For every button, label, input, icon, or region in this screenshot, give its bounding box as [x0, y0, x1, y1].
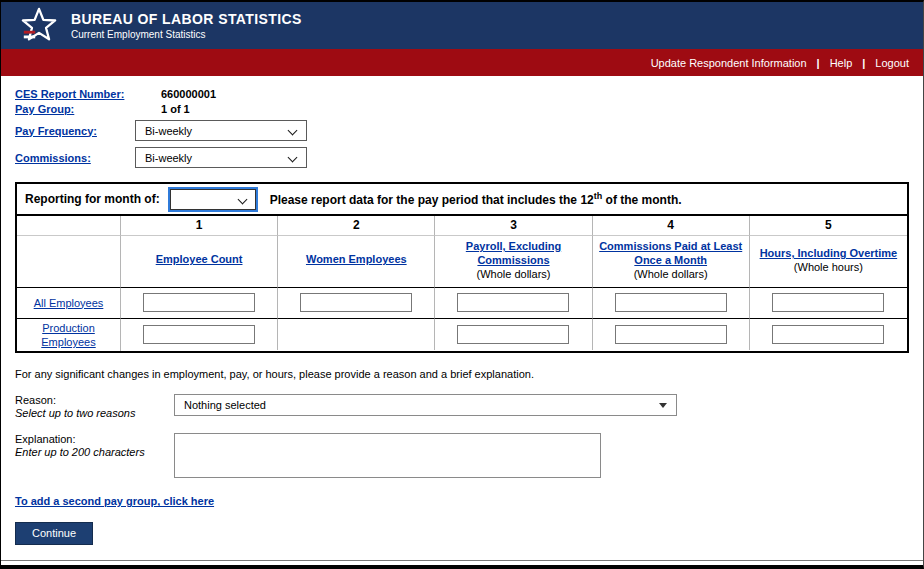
- column-number-3: 3: [435, 216, 592, 236]
- reason-selected-value: Nothing selected: [184, 399, 266, 411]
- reporting-month-row: Reporting for month of: Please report da…: [17, 184, 907, 216]
- all-employees-women-employees-input[interactable]: [300, 293, 412, 312]
- app-title: BUREAU OF LABOR STATISTICS: [71, 11, 302, 27]
- report-info-section: CES Report Number: 660000001 Pay Group: …: [1, 76, 923, 168]
- reason-field-row: Reason: Select up to two reasons Nothing…: [15, 394, 909, 419]
- changes-note: For any significant changes in employmen…: [15, 368, 909, 380]
- reason-label: Reason:: [15, 394, 174, 406]
- top-nav-bar: Update Respondent Information | Help | L…: [1, 49, 923, 76]
- commissions-selected-value: Bi-weekly: [145, 152, 192, 164]
- header-bar: BUREAU OF LABOR STATISTICS Current Emplo…: [1, 2, 923, 49]
- reporting-month-label: Reporting for month of:: [25, 192, 160, 206]
- column-number-1: 1: [121, 216, 278, 236]
- reporting-month-select[interactable]: [170, 189, 256, 210]
- reason-hint: Select up to two reasons: [15, 407, 174, 419]
- production-employees-link[interactable]: Production Employees: [23, 321, 114, 350]
- table-cell: [121, 288, 278, 319]
- pay-group-label[interactable]: Pay Group:: [15, 103, 135, 115]
- add-pay-group-row: To add a second pay group, click here: [15, 495, 909, 507]
- chevron-down-icon: [288, 153, 298, 163]
- payroll-link[interactable]: Payroll, Excluding Commissions: [441, 240, 585, 268]
- table-cell: [278, 288, 435, 319]
- nav-separator: |: [817, 57, 820, 69]
- production-employees-employee-count-input[interactable]: [143, 325, 255, 344]
- women-employees-link[interactable]: Women Employees: [306, 253, 407, 267]
- table-cell: [750, 288, 907, 319]
- bls-logo-icon: [19, 7, 59, 45]
- production-employees-hours-input[interactable]: [772, 325, 884, 344]
- chevron-down-icon: [288, 126, 298, 136]
- column-header-payroll: Payroll, Excluding Commissions (Whole do…: [435, 236, 592, 288]
- corner-cell: [17, 216, 121, 236]
- column-header-employee-count: Employee Count: [121, 236, 278, 288]
- row-label-production-employees: Production Employees: [17, 319, 121, 352]
- explanation-textarea[interactable]: [174, 433, 601, 478]
- all-employees-link[interactable]: All Employees: [34, 296, 104, 310]
- pay-frequency-label[interactable]: Pay Frequency:: [15, 125, 135, 137]
- add-second-pay-group-link[interactable]: To add a second pay group, click here: [15, 495, 214, 507]
- column-header-women-employees: Women Employees: [278, 236, 435, 288]
- table-cell: [435, 288, 592, 319]
- all-employees-employee-count-input[interactable]: [143, 293, 255, 312]
- explanation-hint: Enter up to 200 characters: [15, 446, 174, 458]
- ces-report-number-value: 660000001: [161, 88, 216, 100]
- commissions-row: Commissions: Bi-weekly: [15, 147, 923, 168]
- commissions-select[interactable]: Bi-weekly: [135, 147, 307, 168]
- column-header-commissions: Commissions Paid at Least Once a Month (…: [593, 236, 750, 288]
- table-cell: [593, 288, 750, 319]
- pay-frequency-select[interactable]: Bi-weekly: [135, 120, 307, 141]
- column-number-2: 2: [278, 216, 435, 236]
- footer: If you have questions or comments, pleas…: [1, 560, 923, 569]
- column-number-4: 4: [593, 216, 750, 236]
- all-employees-commissions-input[interactable]: [615, 293, 727, 312]
- nav-separator: |: [862, 57, 865, 69]
- reason-select[interactable]: Nothing selected: [174, 394, 677, 416]
- ces-report-number-row: CES Report Number: 660000001: [15, 88, 923, 100]
- reason-labels: Reason: Select up to two reasons: [15, 394, 174, 419]
- nav-update-respondent-link[interactable]: Update Respondent Information: [651, 57, 807, 69]
- corner-header-cell: [17, 236, 121, 288]
- commissions-paid-link[interactable]: Commissions Paid at Least Once a Month: [599, 240, 743, 268]
- table-cell: [593, 319, 750, 350]
- nav-help-link[interactable]: Help: [830, 57, 853, 69]
- reporting-instruction: Please report data for the pay period th…: [270, 191, 682, 207]
- pay-group-row: Pay Group: 1 of 1: [15, 103, 923, 115]
- page: BUREAU OF LABOR STATISTICS Current Emplo…: [0, 0, 924, 569]
- commissions-label[interactable]: Commissions:: [15, 152, 135, 164]
- app-subtitle: Current Employment Statistics: [71, 29, 302, 40]
- ces-report-number-label[interactable]: CES Report Number:: [15, 88, 135, 100]
- pay-frequency-row: Pay Frequency: Bi-weekly: [15, 120, 923, 141]
- hours-overtime-link[interactable]: Hours, Including Overtime: [760, 247, 898, 261]
- chevron-down-icon: [237, 194, 247, 204]
- table-cell: [750, 319, 907, 350]
- row-label-all-employees: All Employees: [17, 288, 121, 319]
- explanation-label: Explanation:: [15, 433, 174, 445]
- table-cell: [121, 319, 278, 350]
- superscript-th: th: [594, 191, 603, 201]
- table-cell-empty: [278, 319, 435, 350]
- nav-logout-link[interactable]: Logout: [875, 57, 909, 69]
- all-employees-hours-input[interactable]: [772, 293, 884, 312]
- continue-button[interactable]: Continue: [15, 522, 93, 545]
- column-number-5: 5: [750, 216, 907, 236]
- pay-frequency-selected-value: Bi-weekly: [145, 125, 192, 137]
- data-grid: 1 2 3 4 5 Employee Count Women Employees…: [17, 216, 907, 351]
- production-employees-payroll-input[interactable]: [457, 325, 569, 344]
- table-cell: [435, 319, 592, 350]
- column-header-hours: Hours, Including Overtime (Whole hours): [750, 236, 907, 288]
- pay-group-value: 1 of 1: [161, 103, 190, 115]
- explanation-labels: Explanation: Enter up to 200 characters: [15, 433, 174, 458]
- reporting-table: Reporting for month of: Please report da…: [15, 182, 909, 353]
- header-titles: BUREAU OF LABOR STATISTICS Current Emplo…: [71, 11, 302, 40]
- production-employees-commissions-input[interactable]: [615, 325, 727, 344]
- employee-count-link[interactable]: Employee Count: [156, 253, 243, 267]
- all-employees-payroll-input[interactable]: [457, 293, 569, 312]
- explanation-field-row: Explanation: Enter up to 200 characters: [15, 433, 909, 478]
- caret-down-icon: [659, 403, 667, 408]
